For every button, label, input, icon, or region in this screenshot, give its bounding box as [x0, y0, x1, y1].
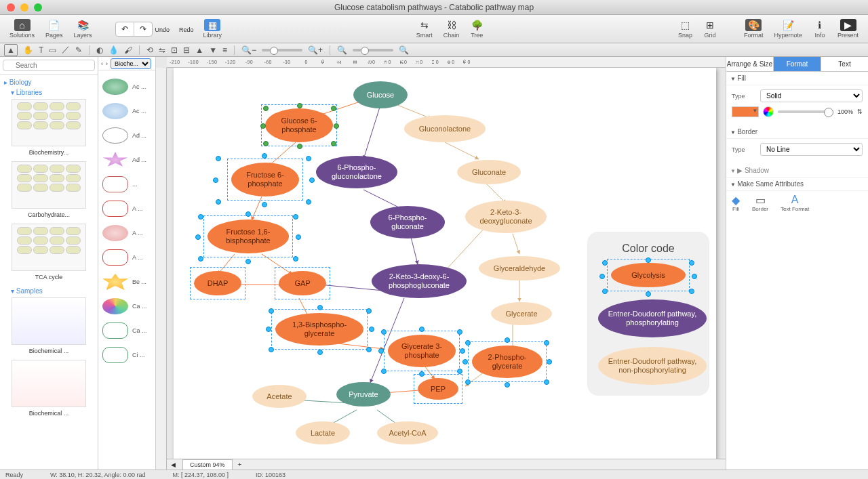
- ungroup-icon[interactable]: ⊟: [183, 45, 190, 55]
- node-acetate[interactable]: Acetate: [252, 385, 307, 408]
- brush-icon[interactable]: 🖌: [124, 45, 132, 55]
- tab-text[interactable]: Text: [821, 57, 868, 71]
- msa-text-button[interactable]: AText Format: [781, 194, 809, 212]
- node-glyceraldehyde[interactable]: Glyceraldehyde: [479, 256, 560, 280]
- smart-button[interactable]: ⇆Smart: [412, 18, 437, 40]
- text-tool-icon[interactable]: T: [39, 45, 43, 55]
- node-g3p[interactable]: Glycerate 3-phosphate: [388, 335, 456, 367]
- palette-shape[interactable]: A ...: [101, 221, 153, 245]
- pages-button[interactable]: 📄Pages: [41, 18, 67, 40]
- page-tab[interactable]: Custom 94%: [182, 459, 233, 470]
- sample-1[interactable]: Biochemical ...: [4, 348, 94, 354]
- tree-samples[interactable]: ▾ Samples: [4, 286, 94, 295]
- hand-tool-icon[interactable]: ✋: [23, 45, 33, 55]
- tab-format[interactable]: Format: [774, 57, 821, 71]
- node-pg[interactable]: 6-Phospho-gluconate: [370, 206, 445, 238]
- lib-carbohydrate[interactable]: Carbohydrate...: [4, 211, 94, 218]
- palette-shape[interactable]: A ...: [101, 196, 153, 221]
- fill-tool-icon[interactable]: ◐: [96, 45, 103, 55]
- eyedrop-icon[interactable]: 💧: [108, 45, 119, 55]
- tab-prev-icon[interactable]: ◀: [167, 461, 180, 468]
- node-pgl[interactable]: 6-Phospho-gluconolactone: [316, 156, 397, 188]
- palette-shape[interactable]: A ...: [101, 245, 153, 270]
- lib-biochemistry[interactable]: Biochemistry...: [4, 149, 94, 156]
- library-button[interactable]: ▦Library: [199, 18, 226, 40]
- border-type-select[interactable]: No Line: [760, 143, 863, 156]
- flip-h-icon[interactable]: ⇋: [159, 45, 165, 55]
- opacity-slider[interactable]: [778, 110, 833, 113]
- front-icon[interactable]: ▲: [195, 45, 203, 55]
- zoom-slider-2[interactable]: [353, 49, 393, 51]
- nav-fwd-icon[interactable]: ›: [106, 60, 108, 67]
- node-acoa[interactable]: Acetyl-CoA: [377, 421, 438, 444]
- node-gap[interactable]: GAP: [279, 271, 326, 295]
- solutions-button[interactable]: ⌂Solutions: [5, 18, 39, 40]
- lib-tca[interactable]: TCA cycle: [4, 274, 94, 280]
- legend-glycolysis[interactable]: Glycolysis: [611, 263, 686, 287]
- palette-shape[interactable]: Ac ...: [101, 99, 153, 123]
- layers-button[interactable]: 📚Layers: [70, 18, 96, 40]
- magnify-plus-icon[interactable]: 🔍: [399, 45, 409, 55]
- palette-shape[interactable]: Ci ...: [101, 343, 153, 367]
- stepper-icon[interactable]: ⇅: [857, 108, 863, 115]
- hypernote-button[interactable]: 📝Hypernote: [770, 18, 806, 40]
- palette-shape[interactable]: Ca ...: [101, 294, 153, 318]
- zoom-in-icon[interactable]: 🔍+: [308, 45, 323, 55]
- rotate-icon[interactable]: ⟲: [146, 45, 153, 55]
- tab-arrange[interactable]: Arrange & Size: [726, 57, 774, 71]
- palette-shape[interactable]: Ad ...: [101, 123, 153, 148]
- node-pep[interactable]: PEP: [418, 378, 458, 400]
- node-lactate[interactable]: Lactate: [296, 421, 350, 444]
- node-dhap[interactable]: DHAP: [194, 271, 241, 295]
- undo-button[interactable]: ↶: [116, 22, 134, 36]
- palette-shape[interactable]: ...: [101, 172, 153, 196]
- magnify-minus-icon[interactable]: 🔍: [337, 45, 347, 55]
- msa-border-button[interactable]: ▭Border: [752, 194, 768, 212]
- node-g6p[interactable]: Glucose 6-phosphate: [265, 108, 333, 142]
- node-gluconolactone[interactable]: Gluconolactone: [404, 115, 486, 142]
- palette-shape[interactable]: Ca ...: [101, 318, 153, 343]
- grid-button[interactable]: ⊞Grid: [699, 18, 721, 40]
- node-bpg[interactable]: 1,3-Bisphospho-glycerate: [275, 313, 363, 346]
- shape-tool-icon[interactable]: ▭: [49, 45, 56, 55]
- tree-button[interactable]: 🌳Tree: [466, 18, 488, 40]
- search-input[interactable]: [3, 60, 95, 71]
- tree-libraries[interactable]: ▾ Libraries: [4, 87, 94, 96]
- align-icon[interactable]: ≡: [222, 45, 227, 55]
- tab-add-icon[interactable]: ＋: [233, 460, 247, 469]
- palette-select[interactable]: Bioche...: [111, 58, 151, 69]
- back-icon[interactable]: ▼: [209, 45, 217, 55]
- node-glycerate[interactable]: Glycerate: [491, 302, 552, 325]
- pen-tool-icon[interactable]: ✎: [75, 45, 82, 55]
- color-wheel-icon[interactable]: [763, 106, 774, 117]
- close-icon[interactable]: [7, 3, 15, 12]
- node-glucose[interactable]: Glucose: [353, 81, 408, 108]
- maximize-icon[interactable]: [34, 3, 42, 12]
- palette-shape[interactable]: Be ...: [101, 270, 153, 294]
- present-button[interactable]: ▶Present: [833, 18, 863, 40]
- group-icon[interactable]: ⊡: [171, 45, 178, 55]
- msa-fill-button[interactable]: ◆Fill: [732, 194, 740, 212]
- format-panel-button[interactable]: 🎨Format: [740, 18, 768, 40]
- fill-color-swatch[interactable]: [732, 106, 759, 117]
- node-f6p[interactable]: Fructose 6-phosphate: [231, 163, 299, 196]
- shadow-section[interactable]: ▶ Shadow: [726, 164, 868, 178]
- page[interactable]: Glucose Glucose 6-phosphate Fructose 6-p…: [174, 68, 716, 459]
- border-section[interactable]: Border: [726, 125, 868, 139]
- snap-button[interactable]: ⬚Snap: [674, 18, 696, 40]
- msa-section[interactable]: Make Same Attributes: [726, 178, 868, 191]
- node-f16bp[interactable]: Fructose 1,6-bisphosphate: [208, 220, 289, 253]
- nav-back-icon[interactable]: ‹: [101, 60, 103, 67]
- palette-shape[interactable]: Ad ...: [101, 148, 153, 172]
- tree-biology[interactable]: ▸ Biology: [4, 77, 94, 87]
- palette-shape[interactable]: Ac ...: [101, 75, 153, 99]
- node-pg2[interactable]: 2-Phospho-glycerate: [472, 346, 542, 378]
- node-gluconate[interactable]: Gluconate: [457, 160, 521, 184]
- redo-button[interactable]: ↷: [134, 22, 152, 36]
- zoom-slider[interactable]: [262, 49, 302, 51]
- line-tool-icon[interactable]: ／: [62, 44, 70, 56]
- node-kdg[interactable]: 2-Keto-3-deoxygluconate: [465, 201, 547, 233]
- node-kdpg[interactable]: 2-Keto-3-deoxy-6-phosphogluconate: [372, 264, 467, 298]
- fill-section[interactable]: Fill: [726, 72, 868, 85]
- zoom-out-icon[interactable]: 🔍−: [241, 45, 256, 55]
